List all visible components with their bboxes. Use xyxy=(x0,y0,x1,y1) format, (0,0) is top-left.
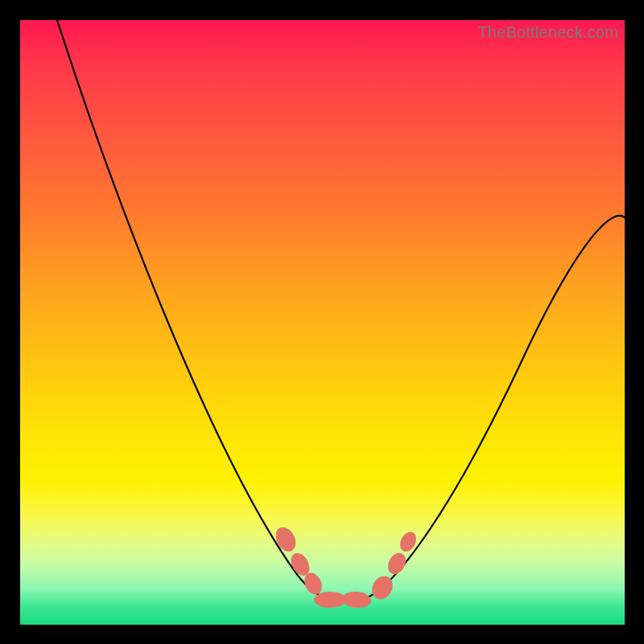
markers-group xyxy=(272,524,419,609)
bottleneck-curve xyxy=(57,20,625,602)
chart-svg xyxy=(20,20,625,625)
curve-marker-3 xyxy=(314,592,346,608)
curve-marker-0 xyxy=(272,524,299,555)
chart-frame: TheBottleneck.com xyxy=(0,0,644,644)
chart-plot-area: TheBottleneck.com xyxy=(20,20,625,625)
curve-marker-4 xyxy=(341,590,372,609)
